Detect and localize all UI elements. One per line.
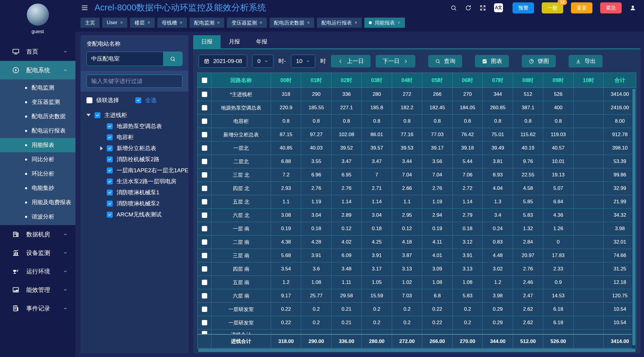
- hour-from-select[interactable]: 0: [252, 55, 273, 68]
- row-checkbox[interactable]: [202, 119, 207, 124]
- row-checkbox[interactable]: [202, 239, 207, 245]
- row-checkbox[interactable]: [202, 320, 207, 325]
- tab-主页[interactable]: 主页: [80, 18, 100, 28]
- search-icon[interactable]: [450, 4, 457, 11]
- row-checkbox[interactable]: [202, 132, 207, 137]
- row-checkbox[interactable]: [202, 293, 207, 298]
- row-checkbox[interactable]: [202, 280, 207, 285]
- row-checkbox[interactable]: [202, 105, 207, 110]
- tab-close-icon[interactable]: ×: [217, 20, 220, 25]
- tree-node-电容柜[interactable]: 电容柜: [86, 132, 182, 143]
- tab-User[interactable]: User×: [102, 18, 127, 28]
- sidebar-subitem-环比分析[interactable]: 环比分析: [0, 167, 75, 181]
- sidebar-subitem-配电历史数据[interactable]: 配电历史数据: [0, 109, 75, 124]
- station-input[interactable]: [87, 52, 163, 66]
- select-all-label[interactable]: 全选: [145, 96, 157, 104]
- report-tab-年报[interactable]: 年报: [248, 35, 275, 48]
- menu-toggle-icon[interactable]: [81, 4, 89, 12]
- export-button[interactable]: 导出: [569, 55, 603, 67]
- tab-close-icon[interactable]: ×: [147, 20, 150, 25]
- tree-node-生活水泵2路一层弱电房[interactable]: 生活水泵2路一层弱电房: [86, 176, 182, 187]
- tree-checkbox[interactable]: [107, 145, 113, 151]
- tree-checkbox[interactable]: [95, 112, 100, 118]
- tab-close-icon[interactable]: ×: [354, 20, 357, 25]
- tree-node-新增分立柜总表[interactable]: 新增分立柜总表: [86, 143, 182, 154]
- tab-close-icon[interactable]: ×: [397, 20, 400, 25]
- tab-母线槽[interactable]: 母线槽×: [157, 18, 187, 28]
- caret-right-icon[interactable]: [100, 146, 103, 150]
- tree-node-消防喷淋机械泵2[interactable]: 消防喷淋机械泵2: [86, 198, 182, 209]
- tree-checkbox[interactable]: [107, 190, 113, 196]
- station-search-button[interactable]: [163, 52, 182, 66]
- user-icon[interactable]: [629, 4, 636, 11]
- tab-配电监测[interactable]: 配电监测×: [190, 18, 224, 28]
- select-all-checkbox[interactable]: [135, 97, 141, 103]
- sidebar-subitem-电能集抄[interactable]: 电能集抄: [0, 181, 75, 195]
- sidebar-item-运行环境[interactable]: 运行环境: [0, 262, 75, 281]
- row-checkbox[interactable]: [202, 172, 207, 178]
- tab-close-icon[interactable]: ×: [307, 20, 310, 25]
- table-scrollbar-thumb[interactable]: [632, 89, 635, 345]
- tree-checkbox[interactable]: [107, 156, 113, 162]
- row-checkbox[interactable]: [202, 226, 207, 231]
- tree-node-ARCM无线表测试[interactable]: ARCM无线表测试: [86, 209, 182, 220]
- row-checkbox[interactable]: [202, 331, 207, 334]
- sidebar-subitem-用能及电费报表[interactable]: 用能及电费报表: [0, 195, 75, 210]
- avatar[interactable]: [27, 4, 49, 26]
- query-button[interactable]: 查询: [428, 55, 462, 67]
- tab-close-icon[interactable]: ×: [180, 20, 182, 25]
- alarm-badge[interactable]: 一般12: [542, 2, 563, 13]
- row-checkbox[interactable]: [202, 145, 207, 151]
- sidebar-item-设备监测[interactable]: 设备监测: [0, 244, 75, 262]
- alarm-badge[interactable]: 重要: [571, 2, 592, 13]
- cascade-checkbox[interactable]: [86, 97, 92, 103]
- tree-checkbox[interactable]: [107, 134, 113, 140]
- report-tab-月报[interactable]: 月报: [221, 35, 248, 48]
- tab-配电运行报表[interactable]: 配电运行报表×: [317, 18, 362, 28]
- row-checkbox[interactable]: [202, 199, 207, 204]
- tree-node-一层南1APE2右一层北1APE1左[interactable]: 一层南1APE2右一层北1APE1左: [86, 165, 182, 176]
- tree-node-消防栓机械泵2路[interactable]: 消防栓机械泵2路: [86, 154, 182, 165]
- chart-button[interactable]: 图表: [475, 55, 509, 67]
- sidebar-subitem-配电运行报表[interactable]: 配电运行报表: [0, 124, 75, 138]
- hour-to-select[interactable]: 10: [291, 55, 315, 68]
- row-checkbox[interactable]: [202, 213, 207, 218]
- tab-变压器监测[interactable]: 变压器监测×: [227, 18, 267, 28]
- sidebar-item-数据机房[interactable]: 数据机房: [0, 225, 75, 244]
- header-checkbox[interactable]: [202, 78, 207, 83]
- translate-icon[interactable]: A文: [494, 3, 503, 12]
- sidebar-item-首页[interactable]: 首页: [0, 42, 75, 61]
- alarm-badge[interactable]: 紧急: [600, 2, 622, 13]
- tree-node-地源热泵空调总表[interactable]: 地源热泵空调总表: [86, 121, 182, 132]
- tab-楼层[interactable]: 楼层×: [130, 18, 154, 28]
- tree-node-root[interactable]: 主进线柜: [86, 110, 182, 121]
- sidebar-item-配电系统[interactable]: 配电系统: [0, 61, 75, 79]
- sidebar-item-能效管理[interactable]: 能效管理: [0, 281, 75, 299]
- row-checkbox[interactable]: [202, 253, 207, 258]
- refresh-icon[interactable]: [465, 4, 472, 11]
- tree-checkbox[interactable]: [107, 167, 113, 173]
- row-checkbox[interactable]: [202, 266, 207, 272]
- report-tab-日报[interactable]: 日报: [193, 35, 221, 48]
- tab-close-icon[interactable]: ×: [120, 20, 123, 25]
- table-hscrollbar-thumb[interactable]: [198, 349, 636, 352]
- sidebar-subitem-同比分析[interactable]: 同比分析: [0, 152, 75, 167]
- tree-checkbox[interactable]: [107, 178, 113, 184]
- row-checkbox[interactable]: [202, 186, 207, 191]
- tree-checkbox[interactable]: [107, 123, 113, 129]
- row-checkbox[interactable]: [202, 92, 207, 97]
- sidebar-subitem-谐波分析[interactable]: 谐波分析: [0, 210, 75, 224]
- tab-用能报表[interactable]: 用能报表×: [364, 18, 405, 28]
- sidebar-subitem-配电监测[interactable]: 配电监测: [0, 81, 75, 95]
- alarm-badge[interactable]: 预警: [513, 2, 534, 13]
- pie-button[interactable]: 饼图: [522, 55, 556, 67]
- tree-checkbox[interactable]: [107, 212, 113, 218]
- row-checkbox[interactable]: [202, 159, 207, 164]
- tab-close-icon[interactable]: ×: [259, 20, 262, 25]
- prev-day-button[interactable]: 上一日: [331, 55, 371, 67]
- sidebar-item-事件记录[interactable]: 事件记录: [0, 299, 75, 318]
- tab-配电历史数据[interactable]: 配电历史数据×: [270, 18, 314, 28]
- sidebar-subitem-用能报表[interactable]: 用能报表: [0, 138, 75, 152]
- fullscreen-icon[interactable]: [479, 4, 486, 11]
- tree-checkbox[interactable]: [107, 201, 113, 207]
